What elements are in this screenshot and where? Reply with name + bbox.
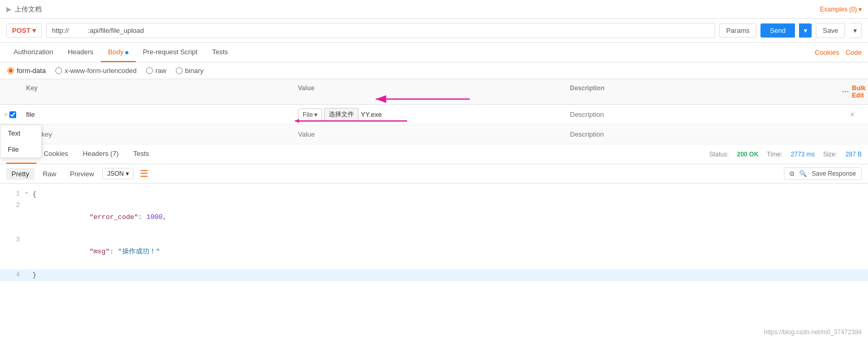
table-header: Key Value Description ··· Bulk Edit <box>0 79 868 105</box>
new-value-input[interactable] <box>298 130 560 138</box>
cookies-link[interactable]: Cookies <box>815 48 839 56</box>
radio-urlencoded[interactable]: x-www-form-urlencoded <box>55 67 137 75</box>
row-drag: ≡ <box>0 109 21 120</box>
line-toggle-3 <box>25 235 32 243</box>
resp-raw-tab[interactable]: Raw <box>38 168 62 180</box>
value-cell: File ▾ 选择文件 YY.exe Text File <box>293 106 565 123</box>
tab-tests[interactable]: Tests <box>205 43 235 62</box>
save-response-button[interactable]: ⧉ 🔍 Save Response <box>784 167 862 180</box>
new-desc-cell <box>565 128 837 140</box>
delete-row-button[interactable]: × <box>846 110 859 119</box>
line-toggle-2 <box>25 200 32 209</box>
response-toolbar: Pretty Raw Preview JSON ▾ ☰ ⧉ 🔍 Save Res… <box>0 164 868 184</box>
save-dropdown-button[interactable]: ▾ <box>849 23 862 38</box>
key-cell: file <box>21 108 293 120</box>
dropdown-arrow: ▾ <box>314 111 317 118</box>
tab-authorization[interactable]: Authorization <box>6 43 61 62</box>
radio-form-data[interactable]: form-data <box>7 67 46 75</box>
request-tabs-right: Cookies Code <box>815 48 862 56</box>
top-bar: ▶ 上传文档 Examples (0) ▾ <box>0 0 868 19</box>
radio-binary[interactable]: binary <box>176 67 204 75</box>
url-bar: POST ▾ Params Send ▾ Save ▾ <box>0 19 868 43</box>
filename-text: YY.exe <box>361 111 382 118</box>
line-num-2: 2 <box>4 200 20 211</box>
request-tabs-bar: Authorization Headers Body Pre-request S… <box>0 43 868 63</box>
file-type-dropdown[interactable]: File ▾ <box>298 108 322 121</box>
table-row: ≡ file File ▾ 选择文件 YY.exe Text File <box>0 105 868 125</box>
method-label: POST <box>12 27 30 34</box>
response-tabs-bar: Body Cookies Headers (7) Tests Status: 2… <box>0 144 868 164</box>
url-input[interactable] <box>46 23 715 38</box>
code-content-2: "error_code": 1000, <box>32 200 167 235</box>
save-button[interactable]: Save <box>816 23 845 38</box>
choose-file-button[interactable]: 选择文件 <box>324 108 359 121</box>
more-icon: ··· <box>842 87 849 96</box>
new-key-input[interactable] <box>26 130 288 138</box>
format-label: JSON <box>107 170 124 177</box>
th-key: Key <box>21 82 293 101</box>
new-desc-input[interactable] <box>570 130 831 138</box>
code-line-1: 1 ▾ { <box>0 189 868 200</box>
new-value-cell <box>293 128 565 140</box>
code-content-1: { <box>32 189 37 200</box>
method-chevron: ▾ <box>32 27 36 34</box>
response-section: Body Cookies Headers (7) Tests Status: 2… <box>0 144 868 341</box>
line-toggle-4 <box>25 270 32 278</box>
size-label: Size: <box>823 151 837 158</box>
bulk-edit-button[interactable]: ··· Bulk Edit <box>837 82 868 101</box>
expand-icon[interactable]: ▶ <box>6 5 11 13</box>
send-dropdown-button[interactable]: ▾ <box>799 23 812 38</box>
status-value: 200 OK <box>737 151 758 158</box>
dropdown-item-file[interactable]: File <box>1 141 41 157</box>
examples-link[interactable]: Examples (0) ▾ <box>820 6 862 13</box>
line-toggle-1[interactable]: ▾ <box>25 189 32 198</box>
method-select[interactable]: POST ▾ <box>6 23 42 38</box>
format-select[interactable]: JSON ▾ <box>102 168 134 179</box>
code-link[interactable]: Code <box>846 48 862 56</box>
code-area: 1 ▾ { 2 "error_code": 1000, 3 "msg": "操作… <box>0 184 868 341</box>
th-value: Value <box>293 82 565 101</box>
wrap-icon[interactable]: ☰ <box>140 168 148 179</box>
time-value: 2773 ms <box>791 151 815 158</box>
description-cell <box>565 108 837 120</box>
watermark: https://blog.csdn.net/m0_37472384 <box>764 328 862 336</box>
code-line-2: 2 "error_code": 1000, <box>0 200 868 235</box>
page-title: 上传文档 <box>15 5 42 14</box>
delete-cell: × <box>837 108 868 121</box>
tab-response-headers[interactable]: Headers (7) <box>76 144 126 164</box>
code-content-3: "msg": "操作成功！" <box>32 235 160 269</box>
line-num-1: 1 <box>4 189 20 199</box>
code-content-4: } <box>32 270 37 281</box>
radio-raw[interactable]: raw <box>146 67 167 75</box>
tab-body[interactable]: Body <box>101 43 136 62</box>
status-label: Status: <box>709 151 729 158</box>
tab-pre-request[interactable]: Pre-request Script <box>136 43 205 62</box>
type-dropdown-menu: Text File <box>0 125 42 158</box>
resp-preview-tab[interactable]: Preview <box>65 168 99 180</box>
line-num-3: 3 <box>4 235 20 245</box>
body-dot <box>125 51 128 54</box>
params-button[interactable]: Params <box>719 23 756 38</box>
key-value: file <box>26 111 35 118</box>
copy-icon: ⧉ <box>790 170 794 177</box>
tab-response-tests[interactable]: Tests <box>126 144 156 164</box>
search-icon: 🔍 <box>799 170 807 177</box>
drag-icon: ≡ <box>5 112 8 117</box>
new-row-actions <box>837 132 868 137</box>
th-description: Description <box>565 82 837 101</box>
tab-response-cookies[interactable]: Cookies <box>37 144 76 164</box>
line-num-4: 4 <box>4 270 20 280</box>
row-checkbox[interactable] <box>9 111 16 118</box>
response-status: Status: 200 OK Time: 2773 ms Size: 287 B <box>709 151 862 158</box>
resp-pretty-tab[interactable]: Pretty <box>6 168 34 180</box>
size-value: 287 B <box>846 151 862 158</box>
tab-headers[interactable]: Headers <box>61 43 101 62</box>
description-input[interactable] <box>570 111 831 118</box>
send-button[interactable]: Send <box>760 23 795 38</box>
bulk-edit-label[interactable]: Bulk Edit <box>852 84 865 99</box>
app-container: ▶ 上传文档 Examples (0) ▾ POST ▾ Params Send… <box>0 0 868 341</box>
request-tabs: Authorization Headers Body Pre-request S… <box>6 43 235 62</box>
code-line-3: 3 "msg": "操作成功！" <box>0 235 868 269</box>
time-label: Time: <box>767 151 782 158</box>
dropdown-item-text[interactable]: Text <box>1 125 41 141</box>
